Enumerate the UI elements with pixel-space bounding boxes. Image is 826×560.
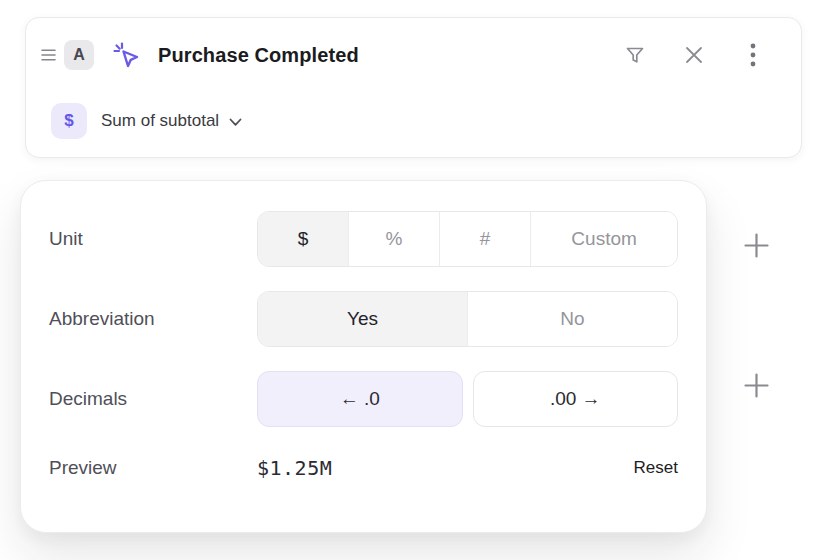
event-title: Purchase Completed bbox=[158, 44, 359, 67]
decimals-decrease-button[interactable]: ← .0 bbox=[257, 371, 463, 427]
preview-label: Preview bbox=[49, 457, 257, 479]
click-event-icon bbox=[111, 40, 141, 70]
plus-icon bbox=[743, 372, 770, 399]
reset-button[interactable]: Reset bbox=[634, 458, 678, 478]
decimals-increase-button[interactable]: .00 → bbox=[473, 371, 679, 427]
metric-row[interactable]: $ Sum of subtotal bbox=[51, 103, 783, 139]
abbreviation-row: Abbreviation Yes No bbox=[49, 291, 678, 347]
event-header-row: A Purchase Completed bbox=[39, 40, 783, 70]
unit-option-percent[interactable]: % bbox=[348, 212, 439, 266]
header-actions bbox=[623, 43, 765, 67]
preview-value: $1.25M bbox=[257, 456, 332, 480]
unit-option-dollar[interactable]: $ bbox=[258, 212, 348, 266]
unit-option-custom[interactable]: Custom bbox=[530, 212, 677, 266]
abbreviation-segmented-control: Yes No bbox=[257, 291, 678, 347]
event-card: A Purchase Completed bbox=[25, 17, 802, 158]
add-formula-button[interactable] bbox=[738, 367, 774, 403]
unit-option-number[interactable]: # bbox=[439, 212, 530, 266]
filter-icon[interactable] bbox=[623, 43, 647, 67]
currency-badge: $ bbox=[51, 103, 87, 139]
unit-segmented-control: $ % # Custom bbox=[257, 211, 678, 267]
more-menu-icon[interactable] bbox=[741, 43, 765, 67]
abbreviation-label: Abbreviation bbox=[49, 308, 257, 330]
unit-label: Unit bbox=[49, 228, 257, 250]
close-icon[interactable] bbox=[682, 43, 706, 67]
preview-row: Preview $1.25M Reset bbox=[49, 456, 678, 480]
event-letter-badge: A bbox=[64, 40, 94, 70]
abbreviation-option-no[interactable]: No bbox=[467, 292, 677, 346]
format-panel: Unit $ % # Custom Abbreviation Yes No De… bbox=[20, 180, 707, 533]
plus-icon bbox=[743, 232, 770, 259]
unit-row: Unit $ % # Custom bbox=[49, 211, 678, 267]
metric-label: Sum of subtotal bbox=[101, 111, 219, 131]
preview-right: $1.25M Reset bbox=[257, 456, 678, 480]
decimals-controls: ← .0 .00 → bbox=[257, 371, 678, 427]
add-metric-button[interactable] bbox=[738, 227, 774, 263]
abbreviation-option-yes[interactable]: Yes bbox=[258, 292, 467, 346]
decimals-row: Decimals ← .0 .00 → bbox=[49, 371, 678, 427]
decimals-label: Decimals bbox=[49, 388, 257, 410]
chevron-down-icon[interactable] bbox=[229, 116, 242, 127]
drag-handle-icon[interactable] bbox=[39, 44, 58, 66]
